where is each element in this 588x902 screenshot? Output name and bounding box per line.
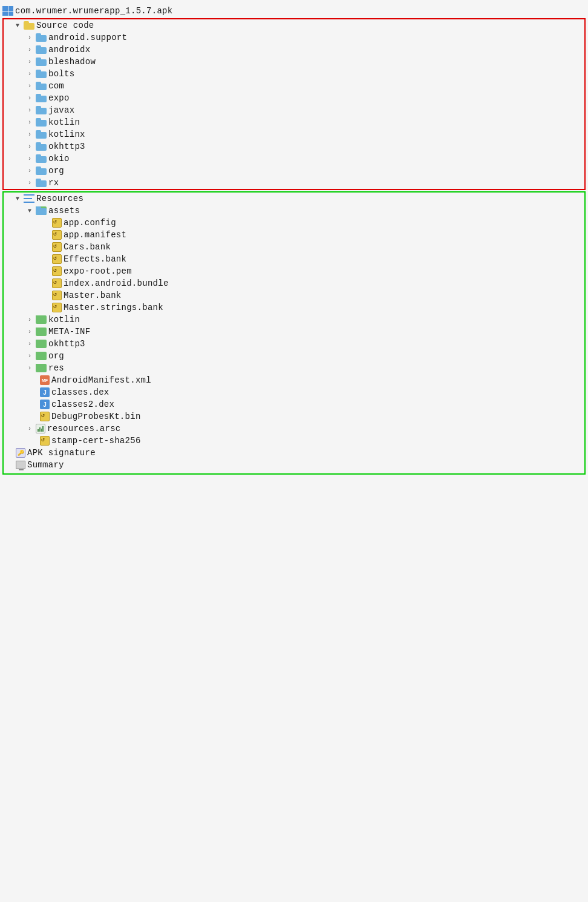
folder-chevron[interactable]: › bbox=[28, 35, 34, 41]
file-tree: com.wrumer.wrumerapp_1.5.7.apk ▼ Source … bbox=[0, 0, 588, 902]
list-item[interactable]: › org bbox=[4, 165, 584, 177]
apk-root-item[interactable]: com.wrumer.wrumerapp_1.5.7.apk bbox=[0, 5, 588, 17]
list-item[interactable]: stamp-cert-sha256 bbox=[4, 435, 584, 447]
folder-chevron[interactable]: › bbox=[28, 353, 34, 360]
folder-icon bbox=[36, 94, 47, 102]
assets-folder-item[interactable]: ▼ assets bbox=[4, 205, 584, 217]
folder-chevron[interactable]: › bbox=[28, 143, 34, 150]
file-label: index.android.bundle bbox=[64, 278, 169, 288]
arsc-chevron[interactable]: › bbox=[28, 426, 34, 432]
folder-icon bbox=[36, 142, 47, 151]
list-item[interactable]: › META-INF bbox=[4, 326, 584, 338]
xml-file-icon: MF bbox=[40, 375, 50, 385]
list-item[interactable]: Master.strings.bank bbox=[4, 301, 584, 314]
cert-file-icon bbox=[40, 436, 50, 446]
bin-file-icon bbox=[40, 412, 50, 421]
list-item[interactable]: app.manifest bbox=[4, 229, 584, 241]
resources-item[interactable]: ▼ Resources bbox=[4, 193, 584, 205]
list-item[interactable]: expo-root.pem bbox=[4, 265, 584, 277]
list-item[interactable]: › okio bbox=[4, 153, 584, 165]
folder-label: res bbox=[48, 363, 64, 373]
folder-chevron[interactable]: › bbox=[28, 95, 34, 102]
apk-sig-label: APK signature bbox=[27, 448, 96, 458]
list-item[interactable]: › org bbox=[4, 350, 584, 362]
folder-chevron[interactable]: › bbox=[28, 168, 34, 174]
apk-icon bbox=[2, 6, 13, 16]
folder-label: android.support bbox=[48, 33, 127, 42]
file-label: app.config bbox=[64, 218, 116, 228]
file-label: Master.strings.bank bbox=[64, 303, 163, 312]
folder-chevron[interactable]: › bbox=[28, 83, 34, 90]
summary-icon bbox=[16, 461, 25, 469]
list-item[interactable]: DebugProbesKt.bin bbox=[4, 410, 584, 423]
folder-chevron[interactable]: › bbox=[28, 317, 34, 323]
source-code-label: Source code bbox=[36, 21, 94, 30]
file-label: classes.dex bbox=[51, 387, 109, 397]
list-item[interactable]: J classes.dex bbox=[4, 386, 584, 398]
list-item[interactable]: › okhttp3 bbox=[4, 140, 584, 153]
folder-chevron[interactable]: › bbox=[28, 156, 34, 162]
folder-icon bbox=[36, 118, 47, 127]
bundle-file-icon bbox=[52, 278, 62, 288]
folder-icon bbox=[36, 58, 47, 66]
list-item[interactable]: › expo bbox=[4, 92, 584, 104]
folder-chevron[interactable]: › bbox=[28, 180, 34, 186]
list-item[interactable]: › android.support bbox=[4, 31, 584, 44]
list-item[interactable]: › rx bbox=[4, 177, 584, 189]
folder-icon bbox=[36, 179, 47, 187]
summary-item[interactable]: Summary bbox=[4, 459, 584, 471]
folder-chevron[interactable]: › bbox=[28, 131, 34, 138]
list-item[interactable]: › androidx bbox=[4, 44, 584, 56]
list-item[interactable]: J classes2.dex bbox=[4, 398, 584, 410]
resources-arsc-item[interactable]: › resources.arsc bbox=[4, 423, 584, 435]
folder-label: expo bbox=[48, 93, 70, 103]
folder-label: bolts bbox=[48, 69, 74, 79]
list-item[interactable]: MF AndroidManifest.xml bbox=[4, 374, 584, 386]
list-item[interactable]: Cars.bank bbox=[4, 241, 584, 253]
folder-chevron[interactable]: › bbox=[28, 341, 34, 347]
list-item[interactable]: Effects.bank bbox=[4, 253, 584, 265]
file-label: AndroidManifest.xml bbox=[51, 375, 151, 385]
config-file-icon bbox=[52, 230, 62, 240]
folder-icon bbox=[36, 70, 47, 78]
folder-chevron[interactable]: › bbox=[28, 365, 34, 372]
list-item[interactable]: › bleshadow bbox=[4, 56, 584, 68]
folder-chevron[interactable]: › bbox=[28, 119, 34, 126]
arsc-icon bbox=[36, 424, 45, 433]
list-item[interactable]: › res bbox=[4, 362, 584, 374]
folder-label: org bbox=[48, 166, 64, 176]
file-label: DebugProbesKt.bin bbox=[51, 412, 141, 421]
folder-chevron[interactable]: › bbox=[28, 59, 34, 65]
list-item[interactable]: › okhttp3 bbox=[4, 338, 584, 350]
resources-icon bbox=[24, 194, 34, 203]
list-item[interactable]: index.android.bundle bbox=[4, 277, 584, 289]
folder-label: okhttp3 bbox=[48, 142, 85, 151]
source-code-item[interactable]: ▼ Source code bbox=[4, 19, 584, 31]
list-item[interactable]: › bolts bbox=[4, 68, 584, 80]
assets-folder-icon bbox=[36, 206, 47, 215]
summary-label: Summary bbox=[27, 460, 64, 470]
assets-label: assets bbox=[48, 206, 80, 216]
folder-chevron[interactable]: › bbox=[28, 47, 34, 53]
folder-label: rx bbox=[48, 178, 59, 188]
folder-icon bbox=[36, 166, 47, 175]
resources-chevron[interactable]: ▼ bbox=[16, 196, 22, 202]
list-item[interactable]: › javax bbox=[4, 104, 584, 116]
resources-label: Resources bbox=[36, 194, 83, 203]
source-code-chevron[interactable]: ▼ bbox=[16, 22, 22, 29]
folder-chevron[interactable]: › bbox=[28, 107, 34, 114]
list-item[interactable]: › kotlin bbox=[4, 116, 584, 128]
folder-chevron[interactable]: › bbox=[28, 71, 34, 77]
list-item[interactable]: › kotlinx bbox=[4, 128, 584, 140]
apk-signature-item[interactable]: 🔑 APK signature bbox=[4, 447, 584, 459]
folder-icon bbox=[36, 45, 47, 54]
list-item[interactable]: › com bbox=[4, 80, 584, 92]
list-item[interactable]: Master.bank bbox=[4, 289, 584, 301]
folder-chevron[interactable]: › bbox=[28, 329, 34, 335]
dex-file-icon: J bbox=[40, 400, 50, 409]
assets-chevron[interactable]: ▼ bbox=[28, 208, 34, 214]
list-item[interactable]: › kotlin bbox=[4, 314, 584, 326]
list-item[interactable]: app.config bbox=[4, 217, 584, 229]
file-label: app.manifest bbox=[64, 230, 126, 240]
arsc-label: resources.arsc bbox=[47, 424, 121, 433]
